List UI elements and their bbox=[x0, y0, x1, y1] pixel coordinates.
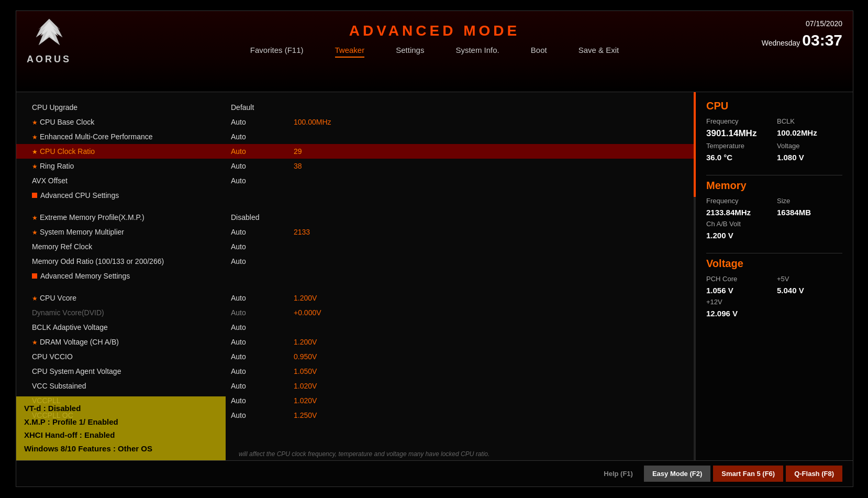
cpu-info-section: CPU Frequency BCLK 3901.14MHz 100.02MHz … bbox=[706, 100, 842, 162]
setting-value1-vccpll-oc: Auto bbox=[231, 411, 294, 419]
row-advanced-cpu-settings[interactable]: Advanced CPU Settings bbox=[32, 188, 679, 203]
row-bclk-adaptive[interactable]: BCLK Adaptive Voltage Auto bbox=[32, 320, 679, 335]
v5-value: 5.040 V bbox=[777, 286, 842, 295]
setting-value2-dram: 1.200V bbox=[294, 338, 357, 346]
row-dynamic-vcore[interactable]: Dynamic Vcore(DVID) Auto +0.000V bbox=[32, 305, 679, 320]
mem-freq-value: 2133.84MHz bbox=[706, 208, 772, 217]
row-cpu-base-clock[interactable]: ★CPU Base Clock Auto 100.00MHz bbox=[32, 115, 679, 129]
tab-settings[interactable]: Settings bbox=[396, 46, 424, 58]
row-cpu-sys-agent[interactable]: CPU System Agent Voltage Auto 1.050V bbox=[32, 364, 679, 379]
setting-value2-vccsub: 1.020V bbox=[294, 382, 357, 390]
star-icon-xmp: ★ bbox=[32, 214, 38, 222]
setting-name-sav: CPU System Agent Voltage bbox=[32, 367, 231, 375]
star-icon-dram: ★ bbox=[32, 339, 38, 346]
setting-value2-vccio: 0.950V bbox=[294, 352, 357, 361]
setting-value1-sav: Auto bbox=[231, 367, 294, 375]
mem-size-label: Size bbox=[777, 197, 842, 205]
section-advanced-cpu: Advanced CPU Settings bbox=[32, 191, 231, 200]
setting-value1-smm: Auto bbox=[231, 228, 294, 236]
easy-mode-button[interactable]: Easy Mode (F2) bbox=[644, 466, 710, 482]
cpu-volt-label: Voltage bbox=[777, 142, 842, 150]
datetime: 07/15/2020 Wednesday 03:37 bbox=[762, 19, 842, 51]
row-cpu-clock-ratio[interactable]: ★CPU Clock Ratio Auto 29 bbox=[16, 144, 695, 159]
row-cpu-upgrade[interactable]: CPU Upgrade Default bbox=[32, 100, 679, 115]
tab-sysinfo[interactable]: System Info. bbox=[455, 46, 499, 58]
setting-name-smm: ★System Memory Multiplier bbox=[32, 228, 231, 236]
row-cpu-vcore[interactable]: ★CPU Vcore Auto 1.200V bbox=[32, 291, 679, 305]
header-title: ADVANCED MODE bbox=[16, 11, 853, 39]
setting-value1-vccio: Auto bbox=[231, 352, 294, 361]
setting-name-vccio: CPU VCCIO bbox=[32, 352, 231, 361]
setting-name-xmp: ★Extreme Memory Profile(X.M.P.) bbox=[32, 213, 231, 222]
mem-size-value: 16384MB bbox=[777, 208, 842, 217]
row-enhanced-multicore[interactable]: ★Enhanced Multi-Core Performance Auto bbox=[32, 129, 679, 144]
memory-info-section: Memory Frequency Size 2133.84MHz 16384MB… bbox=[706, 180, 842, 240]
cpu-temp-label: Temperature bbox=[706, 142, 772, 150]
bios-frame: AORUS ADVANCED MODE 07/15/2020 Wednesday… bbox=[16, 10, 853, 487]
cpu-freq-label: Frequency bbox=[706, 117, 772, 125]
aorus-logo-icon bbox=[31, 16, 68, 53]
setting-value-avx: Auto bbox=[231, 176, 294, 185]
cpu-bclk-value: 100.02MHz bbox=[777, 128, 842, 139]
tab-tweaker[interactable]: Tweaker bbox=[335, 46, 365, 58]
setting-value-mor: Auto bbox=[231, 257, 294, 265]
setting-value1-vccpll: Auto bbox=[231, 396, 294, 405]
row-avx-offset[interactable]: AVX Offset Auto bbox=[32, 173, 679, 188]
smart-fan-button[interactable]: Smart Fan 5 (F6) bbox=[713, 466, 783, 482]
logo-text: AORUS bbox=[27, 54, 71, 65]
volt-info-grid: PCH Core +5V 1.056 V 5.040 V +12V 12.096… bbox=[706, 275, 842, 318]
section-bullet-cpu bbox=[32, 193, 37, 198]
row-sys-mem-multi[interactable]: ★System Memory Multiplier Auto 2133 bbox=[32, 225, 679, 239]
row-mem-odd-ratio[interactable]: Memory Odd Ratio (100/133 or 200/266) Au… bbox=[32, 254, 679, 269]
info-panel: CPU Frequency BCLK 3901.14MHz 100.02MHz … bbox=[696, 92, 853, 461]
setting-value2-sav: 1.050V bbox=[294, 367, 357, 375]
row-dram-voltage[interactable]: ★DRAM Voltage (CH A/B) Auto 1.200V bbox=[32, 335, 679, 349]
row-mem-ref-clock[interactable]: Memory Ref Clock Auto bbox=[32, 239, 679, 254]
overlay-line-3: XHCI Hand-off : Enabled bbox=[24, 428, 218, 442]
mem-chvolt-value: 1.200 V bbox=[706, 231, 842, 240]
pch-label: PCH Core bbox=[706, 275, 772, 283]
setting-name-dram-v: ★DRAM Voltage (CH A/B) bbox=[32, 338, 231, 346]
setting-name-ring-ratio: ★Ring Ratio bbox=[32, 162, 231, 170]
setting-name-dvid: Dynamic Vcore(DVID) bbox=[32, 308, 231, 317]
setting-value2-clk-ratio: 29 bbox=[294, 147, 357, 156]
star-icon-clk: ★ bbox=[32, 148, 38, 156]
setting-name-vcc-sub: VCC Substained bbox=[32, 382, 231, 390]
tab-boot[interactable]: Boot bbox=[531, 46, 547, 58]
star-icon-mc: ★ bbox=[32, 134, 38, 141]
setting-name-cpu-upgrade: CPU Upgrade bbox=[32, 103, 231, 112]
voltage-info-section: Voltage PCH Core +5V 1.056 V 5.040 V +12… bbox=[706, 258, 842, 318]
setting-value2-smm: 2133 bbox=[294, 228, 357, 236]
cpu-info-grid: Frequency BCLK 3901.14MHz 100.02MHz Temp… bbox=[706, 117, 842, 162]
mem-chvolt-label: Ch A/B Volt bbox=[706, 220, 842, 228]
row-advanced-mem-settings[interactable]: Advanced Memory Settings bbox=[32, 269, 679, 283]
row-cpu-vccio[interactable]: CPU VCCIO Auto 0.950V bbox=[32, 349, 679, 364]
section-bullet-mem bbox=[32, 273, 37, 279]
help-button[interactable]: Help (F1) bbox=[595, 466, 641, 482]
star-icon-cpu-base: ★ bbox=[32, 119, 38, 126]
row-vcc-substained[interactable]: VCC Substained Auto 1.020V bbox=[32, 379, 679, 393]
header: AORUS ADVANCED MODE 07/15/2020 Wednesday… bbox=[16, 11, 853, 92]
cpu-section-title: CPU bbox=[706, 100, 842, 112]
row-ring-ratio[interactable]: ★Ring Ratio Auto 38 bbox=[32, 159, 679, 173]
pch-value: 1.056 V bbox=[706, 286, 772, 295]
star-icon-smm: ★ bbox=[32, 229, 38, 236]
setting-name-avx: AVX Offset bbox=[32, 176, 231, 185]
setting-value1-vcore: Auto bbox=[231, 294, 294, 302]
tab-favorites[interactable]: Favorites (F11) bbox=[250, 46, 304, 58]
cpu-bclk-label: BCLK bbox=[777, 117, 842, 125]
scroll-thumb[interactable] bbox=[694, 92, 696, 197]
setting-value2-vcore: 1.200V bbox=[294, 294, 357, 302]
setting-value-mrc: Auto bbox=[231, 242, 294, 251]
setting-value-mc: Auto bbox=[231, 132, 294, 141]
row-xmp[interactable]: ★Extreme Memory Profile(X.M.P.) Disabled bbox=[32, 210, 679, 225]
scrollbar[interactable] bbox=[694, 92, 696, 461]
setting-value1-ring: Auto bbox=[231, 162, 294, 170]
qflash-button[interactable]: Q-Flash (F8) bbox=[786, 466, 842, 482]
bottom-info-overlay: VT-d : Disabled X.M.P : Profile 1/ Enabl… bbox=[16, 396, 226, 460]
setting-name-vcore: ★CPU Vcore bbox=[32, 294, 231, 302]
spacer-2 bbox=[32, 283, 679, 291]
tab-save-exit[interactable]: Save & Exit bbox=[578, 46, 619, 58]
setting-value1-dram: Auto bbox=[231, 338, 294, 346]
setting-name-mor: Memory Odd Ratio (100/133 or 200/266) bbox=[32, 257, 231, 265]
